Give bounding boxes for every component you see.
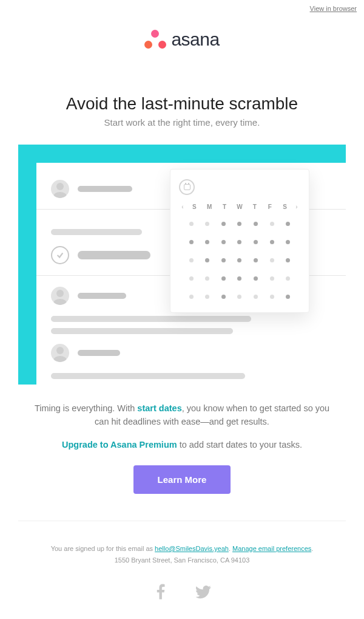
calendar-day-dot xyxy=(189,258,194,262)
calendar-day-dot xyxy=(221,240,226,244)
calendar-day-dot xyxy=(189,240,194,244)
avatar-icon xyxy=(51,287,69,305)
asana-logo-icon xyxy=(144,30,166,49)
body-paragraph-2: Upgrade to Asana Premium to add start da… xyxy=(0,429,364,450)
calendar-day-dot xyxy=(237,222,241,226)
calendar-day-header: ‹ S M T W T F S › xyxy=(179,203,300,210)
brand-name: asana xyxy=(171,29,219,50)
calendar-day-dot xyxy=(205,295,209,299)
view-in-browser-link[interactable]: View in browser xyxy=(310,5,357,12)
calendar-day-dot xyxy=(237,240,241,244)
calendar-day-dot xyxy=(205,240,209,244)
calendar-day-dot xyxy=(205,276,209,281)
calendar-day-dot xyxy=(237,295,241,299)
avatar-icon xyxy=(51,180,69,198)
footer-email-link[interactable]: hello@SmilesDavis.yeah xyxy=(155,545,229,552)
calendar-day-dot xyxy=(254,258,258,262)
calendar-day-dot xyxy=(270,295,274,299)
brand-logo: asana xyxy=(144,29,219,50)
check-circle-icon xyxy=(51,246,69,264)
calendar-day-dot xyxy=(221,258,226,262)
calendar-day-dot xyxy=(286,240,290,244)
calendar-day-dot xyxy=(270,276,274,281)
calendar-day-dot xyxy=(270,222,274,226)
calendar-day-dot xyxy=(286,276,290,281)
calendar-icon xyxy=(179,179,195,195)
calendar-popover: ‹ S M T W T F S › xyxy=(170,169,309,313)
calendar-prev-icon: ‹ xyxy=(179,203,186,210)
facebook-icon[interactable] xyxy=(152,583,170,603)
calendar-day-dot xyxy=(237,276,241,281)
calendar-day-dot xyxy=(205,258,209,262)
calendar-day-dot xyxy=(221,276,226,281)
hero-illustration: ‹ S M T W T F S › xyxy=(18,145,346,385)
task-row xyxy=(36,344,346,371)
calendar-day-dot xyxy=(205,222,209,226)
manage-preferences-link[interactable]: Manage email preferences xyxy=(232,545,311,552)
avatar-icon xyxy=(51,344,69,362)
calendar-day-dot xyxy=(254,240,258,244)
calendar-day-dot xyxy=(270,240,274,244)
calendar-day-dot xyxy=(286,295,290,299)
calendar-day-dot xyxy=(221,222,226,226)
headline: Avoid the last-minute scramble xyxy=(0,58,364,117)
calendar-day-dot xyxy=(221,295,226,299)
task-list-panel: ‹ S M T W T F S › xyxy=(36,163,346,385)
calendar-day-dot xyxy=(286,222,290,226)
calendar-day-dot xyxy=(254,222,258,226)
calendar-next-icon: › xyxy=(293,203,300,210)
calendar-day-dot xyxy=(189,222,194,226)
body-paragraph-1: Timing is everything. With start dates, … xyxy=(0,385,364,429)
calendar-day-dot xyxy=(254,276,258,281)
twitter-icon[interactable] xyxy=(194,583,212,603)
calendar-day-dot xyxy=(237,258,241,262)
footer-address: 1550 Bryant Street, San Francisco, CA 94… xyxy=(24,555,340,566)
subheadline: Start work at the right time, every time… xyxy=(0,117,364,145)
learn-more-button[interactable]: Learn More xyxy=(133,465,231,494)
calendar-grid xyxy=(179,216,300,304)
calendar-day-dot xyxy=(286,258,290,262)
calendar-day-dot xyxy=(189,276,194,281)
calendar-day-dot xyxy=(254,295,258,299)
calendar-day-dot xyxy=(189,295,194,299)
footer: You are signed up for this email as hell… xyxy=(0,521,364,572)
calendar-day-dot xyxy=(270,258,274,262)
